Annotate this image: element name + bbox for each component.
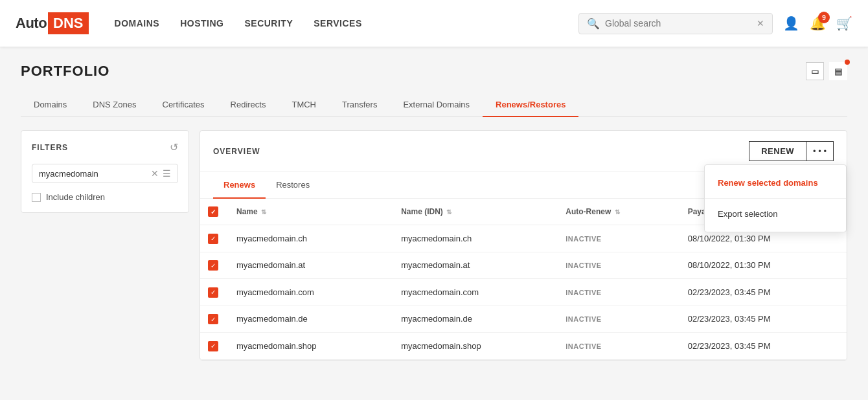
- row-autorenew-0: INACTIVE: [555, 225, 677, 252]
- row-idn-2: myacmedomain.com: [391, 279, 555, 306]
- content-layout: FILTERS ↺ ✕ ☰ Include children OVERVIEW …: [21, 130, 847, 361]
- row-idn-0: myacmedomain.ch: [391, 225, 555, 252]
- cart-icon[interactable]: 🛒: [836, 16, 852, 31]
- renew-button[interactable]: RENEW: [749, 141, 806, 161]
- row-checkbox-0[interactable]: ✓: [208, 234, 218, 244]
- row-idn-3: myacmedomain.de: [391, 306, 555, 333]
- search-input[interactable]: [605, 18, 757, 28]
- dropdown-divider: [705, 198, 846, 199]
- select-all-checkbox[interactable]: ✓: [208, 206, 218, 217]
- filters-header: FILTERS ↺: [32, 141, 178, 153]
- notification-bell-icon[interactable]: 🔔 9: [810, 16, 826, 31]
- filters-panel: FILTERS ↺ ✕ ☰ Include children: [21, 130, 189, 213]
- table-row: ✓ myacmedomain.com myacmedomain.com INAC…: [200, 279, 847, 306]
- filter-search-input[interactable]: [39, 169, 151, 179]
- table-row: ✓ myacmedomain.shop myacmedomain.shop IN…: [200, 333, 847, 360]
- overview-header: OVERVIEW RENEW • • • Renew selected doma…: [200, 131, 847, 172]
- include-children-checkbox[interactable]: [32, 193, 41, 202]
- tab-tmch[interactable]: TMCH: [279, 93, 329, 117]
- col-name-idn[interactable]: Name (IDN) ⇅: [391, 199, 555, 225]
- header: Auto DNS DOMAINSHOSTINGSECURITYSERVICES …: [0, 0, 868, 47]
- tab-external-domains[interactable]: External Domains: [390, 93, 483, 117]
- filter-clear-icon[interactable]: ✕: [151, 168, 159, 179]
- row-name-1: myacmedomain.at: [226, 252, 391, 279]
- main-nav: DOMAINSHOSTINGSECURITYSERVICES: [115, 18, 578, 28]
- row-checkbox-cell: ✓: [200, 306, 226, 333]
- table-body: ✓ myacmedomain.ch myacmedomain.ch INACTI…: [200, 225, 847, 360]
- filter-input-icons: ✕ ☰: [151, 168, 171, 179]
- page-title-row: PORTFOLIO ▭ ▤: [21, 62, 847, 80]
- nav-item-domains[interactable]: DOMAINS: [115, 18, 160, 28]
- header-icons: 👤 🔔 9 🛒: [783, 16, 852, 31]
- logo-dns-text: DNS: [48, 12, 88, 34]
- panel-view-icon[interactable]: ▤: [829, 62, 847, 80]
- logo-auto-text: Auto: [16, 15, 47, 32]
- search-clear-icon[interactable]: ✕: [757, 18, 764, 28]
- panel-badge: [845, 60, 850, 65]
- row-checkbox-cell: ✓: [200, 333, 226, 360]
- row-checkbox-cell: ✓: [200, 252, 226, 279]
- tab-certificates[interactable]: Certificates: [150, 93, 218, 117]
- row-name-4: myacmedomain.shop: [226, 333, 391, 360]
- col-name[interactable]: Name ⇅: [226, 199, 391, 225]
- row-idn-1: myacmedomain.at: [391, 252, 555, 279]
- tab-redirects[interactable]: Redirects: [218, 93, 279, 117]
- row-checkbox-1[interactable]: ✓: [208, 260, 218, 271]
- row-payable-4: 02/23/2023, 03:45 PM: [678, 333, 847, 360]
- table-row: ✓ myacmedomain.at myacmedomain.at INACTI…: [200, 252, 847, 279]
- renew-button-group: RENEW • • •: [749, 141, 834, 161]
- dropdown-menu: Renew selected domains Export selection: [704, 164, 847, 232]
- search-bar[interactable]: 🔍 ✕: [578, 13, 773, 34]
- portfolio-tabs: DomainsDNS ZonesCertificatesRedirectsTMC…: [21, 93, 847, 117]
- row-autorenew-4: INACTIVE: [555, 333, 677, 360]
- overview-panel: OVERVIEW RENEW • • • Renew selected doma…: [200, 130, 847, 361]
- page-title-icons: ▭ ▤: [806, 62, 847, 80]
- tab-transfers[interactable]: Transfers: [329, 93, 390, 117]
- row-autorenew-2: INACTIVE: [555, 279, 677, 306]
- nav-item-security[interactable]: SECURITY: [244, 18, 293, 28]
- notification-badge: 9: [818, 12, 830, 23]
- name-sort-icon: ⇅: [261, 208, 266, 216]
- filter-input-wrap: ✕ ☰: [32, 164, 178, 183]
- row-idn-4: myacmedomain.shop: [391, 333, 555, 360]
- row-checkbox-cell: ✓: [200, 279, 226, 306]
- row-name-0: myacmedomain.ch: [226, 225, 391, 252]
- nav-item-hosting[interactable]: HOSTING: [180, 18, 223, 28]
- sub-tab-restores[interactable]: Restores: [266, 172, 320, 199]
- page-title: PORTFOLIO: [21, 63, 109, 80]
- main-content: PORTFOLIO ▭ ▤ DomainsDNS ZonesCertificat…: [0, 47, 868, 376]
- row-payable-1: 08/10/2022, 01:30 PM: [678, 252, 847, 279]
- row-name-2: myacmedomain.com: [226, 279, 391, 306]
- include-children-label: Include children: [46, 192, 105, 202]
- filters-title: FILTERS: [32, 143, 68, 152]
- row-name-3: myacmedomain.de: [226, 306, 391, 333]
- filter-list-icon[interactable]: ☰: [163, 168, 171, 179]
- export-selection-item[interactable]: Export selection: [705, 201, 846, 227]
- row-checkbox-2[interactable]: ✓: [208, 287, 218, 298]
- tab-dns-zones[interactable]: DNS Zones: [80, 93, 149, 117]
- row-payable-2: 02/23/2023, 03:45 PM: [678, 279, 847, 306]
- sub-tab-renews[interactable]: Renews: [213, 172, 266, 199]
- user-icon[interactable]: 👤: [783, 16, 799, 31]
- row-checkbox-4[interactable]: ✓: [208, 341, 218, 351]
- filters-reset-icon[interactable]: ↺: [170, 141, 178, 153]
- nav-item-services[interactable]: SERVICES: [314, 18, 362, 28]
- search-icon: 🔍: [587, 17, 600, 30]
- renew-selected-item[interactable]: Renew selected domains: [705, 170, 846, 195]
- row-autorenew-1: INACTIVE: [555, 252, 677, 279]
- logo[interactable]: Auto DNS: [16, 12, 89, 34]
- renew-more-button[interactable]: • • •: [806, 141, 834, 161]
- tab-renews-restores[interactable]: Renews/Restores: [483, 93, 578, 117]
- overview-title: OVERVIEW: [213, 147, 260, 156]
- col-auto-renew[interactable]: Auto-Renew ⇅: [555, 199, 677, 225]
- include-children-row: Include children: [32, 192, 178, 202]
- auto-renew-sort-icon: ⇅: [615, 208, 620, 216]
- grid-view-icon[interactable]: ▭: [806, 62, 824, 80]
- row-checkbox-3[interactable]: ✓: [208, 314, 218, 324]
- idn-sort-icon: ⇅: [446, 208, 451, 216]
- row-autorenew-3: INACTIVE: [555, 306, 677, 333]
- row-payable-3: 02/23/2023, 03:45 PM: [678, 306, 847, 333]
- header-checkbox-cell: ✓: [200, 199, 226, 225]
- tab-domains[interactable]: Domains: [21, 93, 80, 117]
- row-checkbox-cell: ✓: [200, 225, 226, 252]
